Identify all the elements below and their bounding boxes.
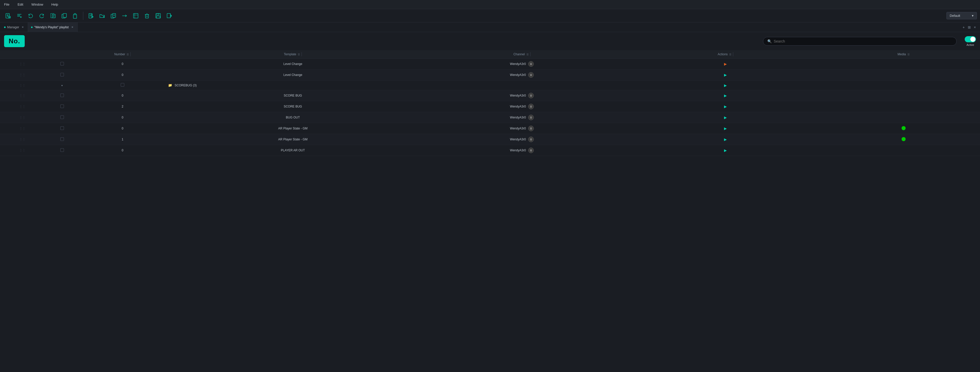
play-button[interactable]: ▶ (724, 62, 727, 66)
no-badge: No. (4, 35, 25, 47)
drag-cell: ⋮⋮ (0, 101, 45, 112)
drag-handle[interactable]: ⋮⋮ (19, 137, 25, 141)
number-col-menu[interactable]: ☰ (127, 53, 129, 56)
row-checkbox[interactable] (60, 104, 64, 108)
template-cell: BUG OUT (165, 112, 420, 123)
tab-manager[interactable]: Manager ✕ (1, 22, 28, 32)
redo-button[interactable] (37, 11, 47, 21)
drag-handle[interactable]: ⋮⋮ (19, 116, 25, 119)
table-row: ⋮⋮ 0 BUG OUT WendyA3r0 U ▶ (0, 112, 980, 123)
active-toggle: Active (965, 36, 976, 46)
drag-cell: ⋮⋮ (0, 145, 45, 156)
delete-button[interactable] (142, 11, 152, 21)
play-button[interactable]: ▶ (724, 115, 727, 120)
tab-manager-close[interactable]: ✕ (21, 25, 25, 29)
drag-cell: ⋮⋮ (0, 123, 45, 134)
new-rundown-button[interactable] (3, 11, 13, 21)
drag-handle[interactable]: ⋮⋮ (19, 62, 25, 66)
tab-grid-button[interactable]: ⊞ (967, 25, 972, 30)
template-cell: SCORE BUG (165, 90, 420, 101)
table-row: ⋮⋮ ▾ 📁 SCOREBUG (3) ▶ (0, 80, 980, 90)
tab-manager-label: Manager (7, 26, 19, 29)
menu-window[interactable]: Window (29, 2, 45, 7)
row-checkbox[interactable] (60, 115, 64, 119)
row-checkbox[interactable] (60, 94, 64, 97)
play-button[interactable]: ▶ (724, 94, 727, 97)
tab-close-all-button[interactable]: × (973, 25, 977, 30)
channel-name: WendyA3r0 (510, 105, 526, 108)
search-input[interactable] (774, 39, 952, 43)
paste-button[interactable] (70, 11, 81, 21)
add-item-button[interactable] (14, 11, 24, 21)
tab-wendy-playlist[interactable]: "Wendy's Playlist" playlist ✕ (28, 22, 78, 32)
move-button[interactable] (119, 11, 130, 21)
drag-cell: ⋮⋮ (0, 112, 45, 123)
number-cell: 0 (80, 70, 166, 80)
channel-col-menu[interactable]: ☰ (527, 53, 529, 56)
drag-handle[interactable]: ⋮⋮ (19, 105, 25, 108)
preset-label: Default (950, 14, 960, 18)
template-col-menu[interactable]: ☰ (298, 53, 300, 56)
folder-label-cell: 📁 SCOREBUG (3) (165, 80, 624, 90)
undo-button[interactable] (25, 11, 36, 21)
new-file-button[interactable] (86, 11, 96, 21)
save-button[interactable] (153, 11, 163, 21)
drag-handle[interactable]: ⋮⋮ (19, 148, 25, 152)
svg-rect-20 (74, 13, 76, 15)
media-dot (902, 137, 906, 141)
folder-checkbox[interactable] (121, 83, 124, 87)
play-button[interactable]: ▶ (724, 73, 727, 77)
play-button[interactable]: ▶ (724, 104, 727, 109)
ue-icon: U (528, 115, 534, 120)
expand-cell: ▾ (45, 80, 80, 90)
play-button[interactable]: ▶ (724, 137, 727, 141)
active-toggle-switch[interactable] (965, 36, 976, 42)
drag-handle[interactable]: ⋮⋮ (19, 94, 25, 97)
template-cell: Level Change (165, 70, 420, 80)
copy-template-button[interactable] (59, 11, 69, 21)
drag-handle[interactable]: ⋮⋮ (19, 83, 25, 87)
channel-name: WendyA3r0 (510, 137, 526, 141)
preset-chevron: ▾ (972, 14, 974, 18)
row-checkbox[interactable] (60, 62, 64, 65)
import-button[interactable] (48, 11, 58, 21)
preset-selector[interactable]: Default ▾ (947, 12, 977, 19)
drag-handle[interactable]: ⋮⋮ (19, 127, 25, 130)
row-checkbox[interactable] (60, 148, 64, 152)
tab-add-button[interactable]: + (962, 25, 966, 30)
pages-button[interactable] (130, 11, 141, 21)
media-col-menu[interactable]: ☰ (907, 53, 910, 56)
new-folder-button[interactable] (97, 11, 107, 21)
search-box: 🔍 (763, 37, 956, 46)
channel-name: WendyA3r0 (510, 148, 526, 152)
row-checkbox[interactable] (60, 73, 64, 77)
actions-col-menu[interactable]: ☰ (729, 53, 732, 56)
menu-help[interactable]: Help (49, 2, 60, 7)
folder-media-cell (827, 80, 980, 90)
drag-handle[interactable]: ⋮⋮ (19, 73, 25, 77)
drag-cell: ⋮⋮ (0, 134, 45, 145)
svg-rect-44 (157, 13, 159, 15)
menu-file[interactable]: File (2, 2, 11, 7)
menu-edit[interactable]: Edit (16, 2, 25, 7)
export-button[interactable] (164, 11, 175, 21)
media-cell (827, 70, 980, 80)
play-button[interactable]: ▶ (724, 148, 727, 152)
expand-button[interactable]: ▾ (61, 84, 63, 87)
col-actions-header: Actions ☰ (624, 50, 827, 59)
actions-cell: ▶ (624, 70, 827, 80)
media-cell (827, 59, 980, 70)
actions-cell: ▶ (624, 145, 827, 156)
drag-cell: ⋮⋮ (0, 80, 45, 90)
duplicate-button[interactable] (108, 11, 118, 21)
folder-play-button[interactable]: ▶ (724, 83, 727, 88)
svg-rect-21 (89, 13, 92, 18)
table-row: ⋮⋮ 0 Level Change WendyA3r0 U ▶ (0, 70, 980, 80)
play-button[interactable]: ▶ (724, 126, 727, 131)
toolbar: Default ▾ (0, 9, 980, 22)
table-header: Number ☰ Template ☰ (0, 50, 980, 59)
row-checkbox[interactable] (60, 126, 64, 130)
tab-wendy-close[interactable]: ✕ (70, 25, 74, 29)
row-checkbox[interactable] (60, 137, 64, 141)
actions-cell: ▶ (624, 134, 827, 145)
